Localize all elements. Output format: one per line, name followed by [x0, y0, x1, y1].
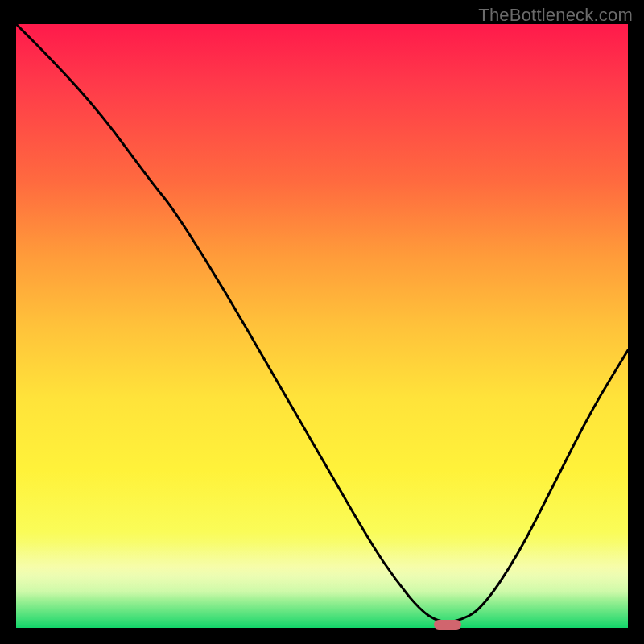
- optimum-marker: [434, 620, 461, 630]
- plot-area: [16, 24, 628, 628]
- chart-stage: TheBottleneck.com: [0, 0, 644, 644]
- watermark-text: TheBottleneck.com: [478, 5, 633, 26]
- bottleneck-curve: [16, 24, 628, 628]
- curve-path: [16, 24, 628, 622]
